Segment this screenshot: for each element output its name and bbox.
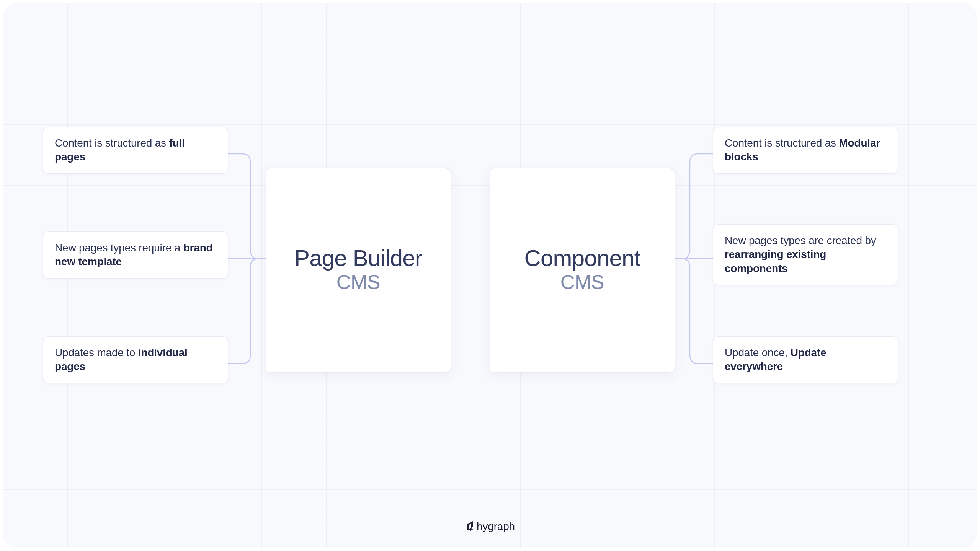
left-card-1: Content is structured as full pages bbox=[43, 127, 228, 174]
right-card-3: Update once, Update everywhere bbox=[713, 336, 898, 383]
hygraph-icon bbox=[465, 521, 474, 532]
card-text: New pages types are created by bbox=[725, 235, 876, 246]
connectors-right bbox=[675, 154, 713, 364]
card-text: Update once, bbox=[725, 347, 791, 359]
left-card-3: Updates made to individual pages bbox=[43, 336, 228, 383]
left-card-2: New pages types require a brand new temp… bbox=[43, 231, 228, 279]
right-card-1: Content is structured as Modular blocks bbox=[713, 127, 898, 174]
card-text: Content is structured as bbox=[55, 137, 169, 149]
card-bold: rearranging existing components bbox=[725, 248, 826, 274]
big-card-component: Component CMS bbox=[490, 168, 675, 373]
big-card-page-builder: Page Builder CMS bbox=[266, 168, 451, 373]
connectors-left bbox=[227, 154, 266, 364]
card-text: Updates made to bbox=[55, 347, 138, 359]
big-sub: CMS bbox=[560, 271, 604, 293]
card-text: New pages types require a bbox=[55, 242, 183, 254]
big-title: Component bbox=[524, 245, 640, 271]
big-title: Page Builder bbox=[294, 245, 422, 271]
brand-logo: hygraph bbox=[465, 520, 515, 533]
card-text: Content is structured as bbox=[725, 137, 839, 149]
right-card-2: New pages types are created by rearrangi… bbox=[713, 224, 898, 285]
big-sub: CMS bbox=[336, 271, 380, 293]
brand-text: hygraph bbox=[477, 520, 515, 533]
